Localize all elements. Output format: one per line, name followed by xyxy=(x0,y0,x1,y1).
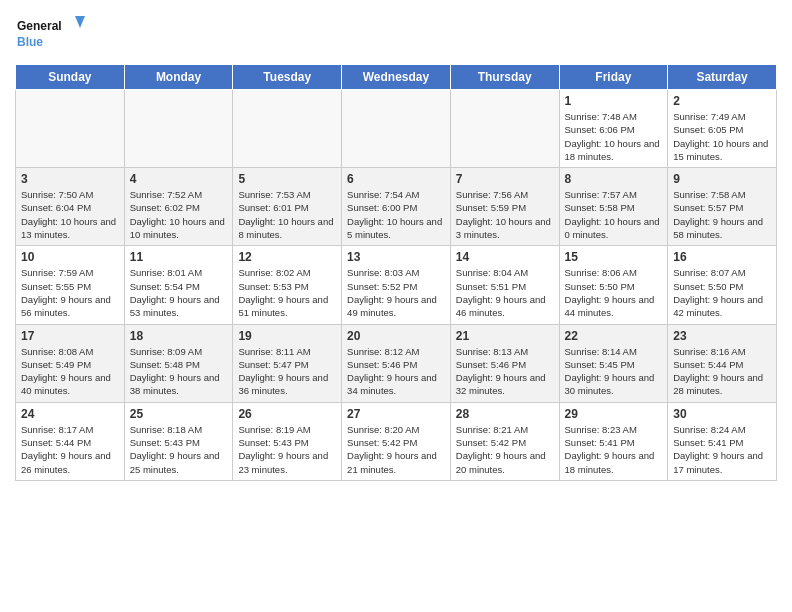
day-info: Sunrise: 8:11 AM Sunset: 5:47 PM Dayligh… xyxy=(238,345,336,398)
day-info: Sunrise: 8:06 AM Sunset: 5:50 PM Dayligh… xyxy=(565,266,663,319)
day-info: Sunrise: 8:13 AM Sunset: 5:46 PM Dayligh… xyxy=(456,345,554,398)
calendar-cell: 7Sunrise: 7:56 AM Sunset: 5:59 PM Daylig… xyxy=(450,168,559,246)
day-number: 10 xyxy=(21,250,119,264)
day-info: Sunrise: 8:02 AM Sunset: 5:53 PM Dayligh… xyxy=(238,266,336,319)
weekday-header-wednesday: Wednesday xyxy=(342,65,451,90)
day-number: 13 xyxy=(347,250,445,264)
weekday-header-friday: Friday xyxy=(559,65,668,90)
day-number: 8 xyxy=(565,172,663,186)
day-info: Sunrise: 8:07 AM Sunset: 5:50 PM Dayligh… xyxy=(673,266,771,319)
calendar-table: SundayMondayTuesdayWednesdayThursdayFrid… xyxy=(15,64,777,481)
day-info: Sunrise: 8:14 AM Sunset: 5:45 PM Dayligh… xyxy=(565,345,663,398)
calendar-cell: 28Sunrise: 8:21 AM Sunset: 5:42 PM Dayli… xyxy=(450,402,559,480)
day-number: 27 xyxy=(347,407,445,421)
weekday-header-thursday: Thursday xyxy=(450,65,559,90)
calendar-cell: 18Sunrise: 8:09 AM Sunset: 5:48 PM Dayli… xyxy=(124,324,233,402)
weekday-header-saturday: Saturday xyxy=(668,65,777,90)
day-info: Sunrise: 7:52 AM Sunset: 6:02 PM Dayligh… xyxy=(130,188,228,241)
day-info: Sunrise: 8:17 AM Sunset: 5:44 PM Dayligh… xyxy=(21,423,119,476)
calendar-cell: 24Sunrise: 8:17 AM Sunset: 5:44 PM Dayli… xyxy=(16,402,125,480)
day-info: Sunrise: 8:16 AM Sunset: 5:44 PM Dayligh… xyxy=(673,345,771,398)
svg-text:Blue: Blue xyxy=(17,35,43,49)
day-number: 20 xyxy=(347,329,445,343)
weekday-header-sunday: Sunday xyxy=(16,65,125,90)
day-info: Sunrise: 8:19 AM Sunset: 5:43 PM Dayligh… xyxy=(238,423,336,476)
calendar-cell: 30Sunrise: 8:24 AM Sunset: 5:41 PM Dayli… xyxy=(668,402,777,480)
day-info: Sunrise: 8:12 AM Sunset: 5:46 PM Dayligh… xyxy=(347,345,445,398)
day-number: 5 xyxy=(238,172,336,186)
day-info: Sunrise: 8:23 AM Sunset: 5:41 PM Dayligh… xyxy=(565,423,663,476)
day-number: 19 xyxy=(238,329,336,343)
calendar-cell: 10Sunrise: 7:59 AM Sunset: 5:55 PM Dayli… xyxy=(16,246,125,324)
week-row-5: 24Sunrise: 8:17 AM Sunset: 5:44 PM Dayli… xyxy=(16,402,777,480)
day-number: 22 xyxy=(565,329,663,343)
calendar-cell: 2Sunrise: 7:49 AM Sunset: 6:05 PM Daylig… xyxy=(668,90,777,168)
weekday-header-tuesday: Tuesday xyxy=(233,65,342,90)
day-info: Sunrise: 8:01 AM Sunset: 5:54 PM Dayligh… xyxy=(130,266,228,319)
week-row-2: 3Sunrise: 7:50 AM Sunset: 6:04 PM Daylig… xyxy=(16,168,777,246)
day-number: 17 xyxy=(21,329,119,343)
day-number: 18 xyxy=(130,329,228,343)
week-row-1: 1Sunrise: 7:48 AM Sunset: 6:06 PM Daylig… xyxy=(16,90,777,168)
day-number: 6 xyxy=(347,172,445,186)
calendar-cell: 6Sunrise: 7:54 AM Sunset: 6:00 PM Daylig… xyxy=(342,168,451,246)
calendar-cell: 16Sunrise: 8:07 AM Sunset: 5:50 PM Dayli… xyxy=(668,246,777,324)
day-info: Sunrise: 7:50 AM Sunset: 6:04 PM Dayligh… xyxy=(21,188,119,241)
day-number: 16 xyxy=(673,250,771,264)
day-info: Sunrise: 8:21 AM Sunset: 5:42 PM Dayligh… xyxy=(456,423,554,476)
day-info: Sunrise: 8:20 AM Sunset: 5:42 PM Dayligh… xyxy=(347,423,445,476)
calendar-cell: 1Sunrise: 7:48 AM Sunset: 6:06 PM Daylig… xyxy=(559,90,668,168)
calendar-cell: 20Sunrise: 8:12 AM Sunset: 5:46 PM Dayli… xyxy=(342,324,451,402)
day-info: Sunrise: 7:57 AM Sunset: 5:58 PM Dayligh… xyxy=(565,188,663,241)
day-number: 15 xyxy=(565,250,663,264)
week-row-4: 17Sunrise: 8:08 AM Sunset: 5:49 PM Dayli… xyxy=(16,324,777,402)
day-number: 24 xyxy=(21,407,119,421)
day-info: Sunrise: 7:58 AM Sunset: 5:57 PM Dayligh… xyxy=(673,188,771,241)
calendar-cell: 19Sunrise: 8:11 AM Sunset: 5:47 PM Dayli… xyxy=(233,324,342,402)
calendar-cell: 14Sunrise: 8:04 AM Sunset: 5:51 PM Dayli… xyxy=(450,246,559,324)
week-row-3: 10Sunrise: 7:59 AM Sunset: 5:55 PM Dayli… xyxy=(16,246,777,324)
day-number: 21 xyxy=(456,329,554,343)
day-number: 14 xyxy=(456,250,554,264)
calendar-cell xyxy=(16,90,125,168)
calendar-cell: 26Sunrise: 8:19 AM Sunset: 5:43 PM Dayli… xyxy=(233,402,342,480)
calendar-cell: 25Sunrise: 8:18 AM Sunset: 5:43 PM Dayli… xyxy=(124,402,233,480)
day-info: Sunrise: 8:09 AM Sunset: 5:48 PM Dayligh… xyxy=(130,345,228,398)
day-number: 11 xyxy=(130,250,228,264)
calendar-cell: 22Sunrise: 8:14 AM Sunset: 5:45 PM Dayli… xyxy=(559,324,668,402)
day-number: 28 xyxy=(456,407,554,421)
day-number: 9 xyxy=(673,172,771,186)
day-info: Sunrise: 7:59 AM Sunset: 5:55 PM Dayligh… xyxy=(21,266,119,319)
calendar-cell: 17Sunrise: 8:08 AM Sunset: 5:49 PM Dayli… xyxy=(16,324,125,402)
day-number: 23 xyxy=(673,329,771,343)
calendar-cell: 29Sunrise: 8:23 AM Sunset: 5:41 PM Dayli… xyxy=(559,402,668,480)
calendar-cell: 3Sunrise: 7:50 AM Sunset: 6:04 PM Daylig… xyxy=(16,168,125,246)
day-number: 25 xyxy=(130,407,228,421)
day-info: Sunrise: 8:24 AM Sunset: 5:41 PM Dayligh… xyxy=(673,423,771,476)
day-info: Sunrise: 8:08 AM Sunset: 5:49 PM Dayligh… xyxy=(21,345,119,398)
logo-svg: General Blue xyxy=(15,14,85,56)
calendar-cell: 15Sunrise: 8:06 AM Sunset: 5:50 PM Dayli… xyxy=(559,246,668,324)
calendar-cell: 12Sunrise: 8:02 AM Sunset: 5:53 PM Dayli… xyxy=(233,246,342,324)
svg-marker-1 xyxy=(75,16,85,28)
day-info: Sunrise: 8:03 AM Sunset: 5:52 PM Dayligh… xyxy=(347,266,445,319)
weekday-header-monday: Monday xyxy=(124,65,233,90)
calendar-cell: 21Sunrise: 8:13 AM Sunset: 5:46 PM Dayli… xyxy=(450,324,559,402)
header: General Blue xyxy=(15,10,777,56)
day-info: Sunrise: 7:54 AM Sunset: 6:00 PM Dayligh… xyxy=(347,188,445,241)
calendar-cell xyxy=(233,90,342,168)
day-number: 7 xyxy=(456,172,554,186)
calendar-cell: 13Sunrise: 8:03 AM Sunset: 5:52 PM Dayli… xyxy=(342,246,451,324)
day-number: 3 xyxy=(21,172,119,186)
day-info: Sunrise: 7:49 AM Sunset: 6:05 PM Dayligh… xyxy=(673,110,771,163)
day-info: Sunrise: 8:18 AM Sunset: 5:43 PM Dayligh… xyxy=(130,423,228,476)
day-info: Sunrise: 7:56 AM Sunset: 5:59 PM Dayligh… xyxy=(456,188,554,241)
day-info: Sunrise: 7:53 AM Sunset: 6:01 PM Dayligh… xyxy=(238,188,336,241)
calendar-cell xyxy=(342,90,451,168)
day-number: 1 xyxy=(565,94,663,108)
day-number: 4 xyxy=(130,172,228,186)
day-info: Sunrise: 8:04 AM Sunset: 5:51 PM Dayligh… xyxy=(456,266,554,319)
day-number: 30 xyxy=(673,407,771,421)
calendar-cell: 4Sunrise: 7:52 AM Sunset: 6:02 PM Daylig… xyxy=(124,168,233,246)
calendar-cell: 8Sunrise: 7:57 AM Sunset: 5:58 PM Daylig… xyxy=(559,168,668,246)
